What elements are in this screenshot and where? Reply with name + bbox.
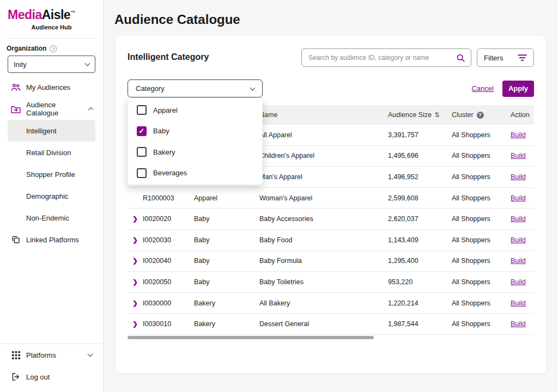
brand-logo: MediaAisle™ Audience Hub — [0, 8, 103, 30]
table-row: ❯ I0020040 Baby Baby Formula 1,295,400 A… — [128, 251, 534, 272]
search-input[interactable] — [308, 54, 456, 62]
category-dropdown-panel: ✓ Apparel ✓ Baby ✓ Bakery ✓ Beverages — [128, 98, 263, 185]
option-label: Bakery — [153, 148, 175, 156]
row-name: Woman's Apparel — [259, 194, 388, 202]
sidebar-item-logout[interactable]: Log out — [0, 366, 103, 388]
build-link[interactable]: Build — [511, 257, 526, 265]
brand-subtitle: Audience Hub — [0, 24, 103, 30]
row-audience-id: I0030000 — [143, 299, 194, 307]
sidebar-subitem[interactable]: Demographic — [8, 185, 95, 207]
checkbox[interactable]: ✓ — [137, 168, 147, 178]
chevron-down-icon — [250, 85, 256, 90]
page-title: Audience Catalogue — [114, 12, 240, 27]
option-label: Baby — [153, 127, 169, 135]
table-row: ❯ I0030010 Bakery Dessert General 1,987,… — [128, 314, 534, 335]
table-row: ❯ I0030000 Bakery All Bakery 1,220,214 A… — [128, 293, 534, 314]
expand-chevron-icon[interactable]: ❯ — [132, 257, 138, 265]
expand-chevron-icon[interactable]: ❯ — [132, 215, 138, 223]
sidebar-subitem[interactable]: Non-Endemic — [8, 207, 95, 229]
row-cluster: All Shoppers — [452, 152, 511, 160]
category-filter-dropdown[interactable]: Category — [128, 79, 263, 97]
sidebar-subitem[interactable]: Shopper Profile — [8, 163, 95, 185]
sort-icon[interactable]: ⇅ — [434, 111, 440, 119]
search-box — [301, 48, 471, 67]
row-cluster: All Shoppers — [452, 299, 511, 307]
row-name: All Apparel — [259, 131, 388, 139]
sidebar-item-my-audiences[interactable]: My Audiences — [0, 76, 103, 98]
row-cluster: All Shoppers — [452, 131, 511, 139]
brand-name-media: Media — [8, 8, 42, 22]
row-name: Baby Formula — [259, 257, 388, 265]
organization-label-row: Organization ? — [7, 45, 57, 52]
row-audience-size: 953,220 — [388, 278, 452, 286]
category-option[interactable]: ✓ Beverages — [128, 163, 262, 184]
audience-size-label: Audience Size — [388, 111, 432, 119]
option-label: Apparel — [153, 106, 178, 114]
sidebar-item-platforms[interactable]: Platforms — [0, 344, 103, 366]
sidebar: MediaAisle™ Audience Hub Organization ? … — [0, 0, 104, 392]
row-audience-id: I0030010 — [143, 320, 194, 328]
linked-platforms-icon — [11, 235, 21, 244]
organization-help-icon[interactable]: ? — [50, 45, 57, 52]
expand-chevron-icon[interactable]: ❯ — [132, 236, 138, 244]
expand-chevron-icon[interactable]: ❯ — [132, 320, 138, 328]
sidebar-item-label: Linked Platforms — [26, 236, 79, 244]
build-link[interactable]: Build — [511, 320, 526, 328]
table-row: ❯ I0020050 Baby Baby Toiletries 953,220 … — [128, 272, 534, 293]
app-window: MediaAisle™ Audience Hub Organization ? … — [0, 0, 558, 392]
build-link[interactable]: Build — [511, 299, 526, 307]
checkbox[interactable]: ✓ — [137, 147, 147, 157]
row-audience-id: I0020020 — [143, 215, 194, 223]
build-link[interactable]: Build — [511, 173, 526, 181]
cluster-help-icon[interactable]: ? — [477, 112, 484, 119]
build-link[interactable]: Build — [511, 215, 526, 223]
sidebar-item-linked-platforms[interactable]: Linked Platforms — [0, 229, 103, 250]
expand-chevron-icon[interactable]: ❯ — [132, 278, 138, 286]
organization-select[interactable]: Inity — [8, 56, 95, 73]
row-audience-size: 1,295,400 — [388, 257, 452, 265]
build-link[interactable]: Build — [511, 278, 526, 286]
check-icon: ✓ — [139, 127, 145, 134]
checkbox[interactable]: ✓ — [137, 126, 147, 136]
chevron-down-icon — [88, 352, 93, 357]
folder-icon — [11, 105, 21, 113]
horizontal-scrollbar-thumb[interactable] — [128, 336, 374, 339]
row-category: Baby — [194, 257, 259, 265]
category-option[interactable]: ✓ Bakery — [128, 142, 262, 163]
apply-button[interactable]: Apply — [502, 81, 534, 97]
intelligent-category-card: Intelligent Category Filters Category Ca… — [116, 36, 546, 373]
row-audience-size: 2,620,037 — [388, 215, 452, 223]
category-option[interactable]: ✓ Baby — [128, 121, 262, 142]
build-link[interactable]: Build — [511, 194, 526, 202]
table-row: ❯ R1000003 Apparel Woman's Apparel 2,599… — [128, 188, 534, 209]
build-link[interactable]: Build — [511, 236, 526, 244]
organization-label: Organization — [7, 45, 46, 52]
cluster-label: Cluster — [452, 111, 474, 119]
expand-chevron-icon[interactable]: ❯ — [132, 299, 138, 307]
build-link[interactable]: Build — [511, 152, 526, 160]
audience-size-column-header: Audience Size ⇅ — [388, 111, 452, 119]
row-category: Baby — [194, 236, 259, 244]
sidebar-item-audience-catalogue[interactable]: Audience Catalogue — [0, 98, 103, 120]
row-name: Man's Apparel — [259, 173, 388, 181]
checkbox[interactable]: ✓ — [137, 105, 147, 115]
row-name: Baby Food — [259, 236, 388, 244]
category-filter-label: Category — [136, 84, 165, 93]
filters-button[interactable]: Filters — [477, 48, 534, 67]
row-name: Children's Apparel — [259, 152, 388, 160]
table-row: ❯ I0020030 Baby Baby Food 1,143,409 All … — [128, 230, 534, 251]
sidebar-subitem[interactable]: Retail Division — [8, 142, 95, 163]
category-option[interactable]: ✓ Apparel — [128, 100, 262, 121]
row-audience-size: 1,987,544 — [388, 320, 452, 328]
row-category: Baby — [194, 278, 259, 286]
filters-label: Filters — [484, 54, 503, 62]
row-name: Baby Accessories — [259, 215, 388, 223]
cancel-link[interactable]: Cancel — [471, 84, 493, 93]
catalogue-subnav: Intelligent Retail Division Shopper Prof… — [0, 120, 103, 229]
search-icon[interactable] — [456, 53, 465, 63]
build-link[interactable]: Build — [511, 131, 526, 139]
chevron-down-icon — [85, 61, 90, 66]
row-cluster: All Shoppers — [452, 215, 511, 223]
sidebar-subitem[interactable]: Intelligent — [8, 120, 95, 142]
brand-name: MediaAisle™ — [0, 8, 103, 22]
